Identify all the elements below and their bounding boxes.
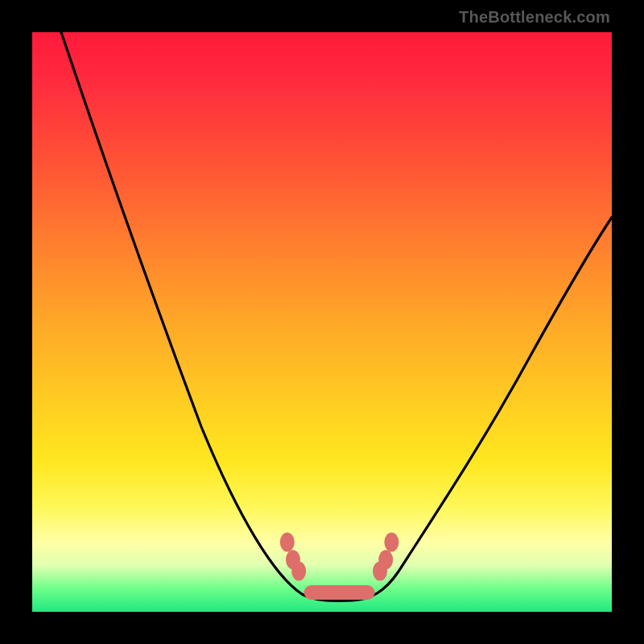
curve-layer xyxy=(32,32,612,612)
plot-area xyxy=(32,32,612,612)
marker-dot-4 xyxy=(378,550,393,569)
marker-dot-2 xyxy=(291,562,306,581)
marker-flat xyxy=(304,585,375,600)
bottleneck-curve xyxy=(61,32,612,601)
watermark-text: TheBottleneck.com xyxy=(459,8,610,27)
chart-frame: TheBottleneck.com xyxy=(0,0,644,644)
marker-dot-5 xyxy=(384,533,398,552)
marker-dot-0 xyxy=(280,533,295,552)
